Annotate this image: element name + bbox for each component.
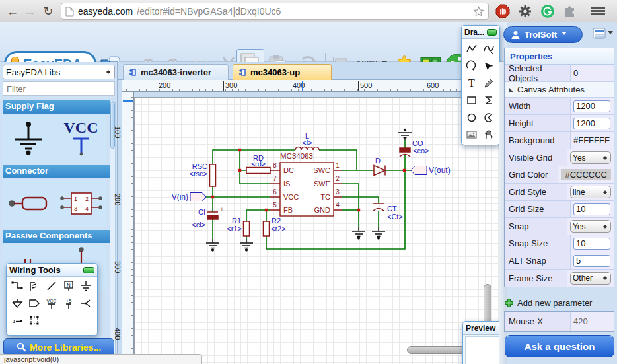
bezier-tool[interactable] [481, 40, 497, 57]
port-vout-label[interactable]: V(out) [429, 166, 451, 175]
section-header-supply-flag[interactable]: Supply Flag [3, 100, 110, 114]
browser-back-button[interactable]: ← [4, 3, 21, 20]
label-r1-value[interactable]: <r1> [227, 225, 242, 233]
browser-reload-button[interactable]: ↻ [40, 3, 57, 20]
netlabel-tool[interactable]: N [61, 277, 77, 295]
label-r2[interactable]: R2 [272, 217, 281, 225]
pin-tool[interactable]: 1 [9, 312, 26, 329]
snap-select[interactable]: Yes [570, 220, 611, 233]
component-ic-mc34063[interactable]: MC34063 8 7 6 5 1 2 3 4 DC IS VCC FB SWC [273, 152, 340, 216]
label-r2-value[interactable]: <r2> [271, 225, 286, 233]
port-vin-shape[interactable] [190, 193, 206, 201]
port-vout-shape[interactable] [411, 166, 427, 175]
component-capacitor-ct[interactable] [373, 203, 384, 211]
image-tool[interactable] [464, 126, 480, 143]
label-rd-value[interactable]: <rd> [251, 160, 266, 168]
tab-mc34063-up[interactable]: mc34063-up [233, 64, 332, 80]
frame-size-select[interactable]: Other [570, 272, 611, 285]
wiring-tools-titlebar[interactable]: Wiring Tools [7, 264, 97, 277]
polygon-tool[interactable] [481, 92, 497, 109]
snap-size-input[interactable] [573, 238, 610, 250]
library-item-gnd[interactable] [3, 115, 54, 163]
wiring-tools-panel[interactable]: Wiring Tools N VCC +5 1 [6, 263, 98, 336]
label-ci-value[interactable]: <ci> [192, 221, 205, 229]
arrow-tool[interactable] [481, 57, 497, 75]
drawing-tools-titlebar[interactable]: Dra... [462, 26, 499, 39]
label-co-value[interactable]: <co> [413, 147, 429, 155]
grid-style-select[interactable]: line [570, 186, 611, 198]
library-item-vcc[interactable]: VCC [55, 115, 106, 163]
drag-hand-tool[interactable] [481, 126, 497, 143]
label-ct[interactable]: CT [387, 205, 397, 213]
browser-forward-button[interactable]: → [21, 3, 38, 20]
settings-gear-extension-icon[interactable] [518, 4, 532, 18]
browser-menu-icon[interactable] [591, 5, 605, 17]
label-r1[interactable]: R1 [232, 217, 241, 225]
label-rsc-value[interactable]: <rsc> [189, 170, 207, 178]
alt-snap-input[interactable] [573, 255, 610, 267]
pie-arc-tool[interactable] [481, 109, 497, 126]
vcc-flag-tool[interactable]: VCC [44, 295, 60, 312]
pencil-tool[interactable] [481, 75, 497, 92]
group-select-tool[interactable] [26, 312, 43, 329]
sidebar-scrollbar[interactable] [110, 99, 116, 364]
adblock-extension-icon[interactable] [495, 4, 510, 18]
canvas-attributes-header[interactable]: Canvas Attributes [505, 82, 614, 98]
polyline-tool[interactable] [464, 40, 480, 57]
section-header-connector[interactable]: Connector [3, 165, 110, 178]
ellipse-tool[interactable] [464, 109, 480, 126]
drawing-tools-panel[interactable]: Dra... T [461, 25, 500, 145]
component-resistor-rd[interactable] [246, 168, 270, 174]
tab-mc34063-inverter[interactable]: mc34063-inverter [123, 64, 229, 80]
label-d[interactable]: D [375, 157, 381, 164]
label-ct-value[interactable]: <Ct> [387, 213, 403, 221]
visible-grid-select[interactable]: Yes [570, 151, 611, 164]
text-tool[interactable]: T [464, 75, 480, 92]
component-resistor-r1[interactable] [244, 221, 250, 236]
label-l-value[interactable]: <l> [302, 139, 312, 147]
view-options-button[interactable] [593, 28, 613, 40]
minimize-button[interactable] [487, 29, 497, 36]
library-source-select[interactable]: EasyEDA Libs [3, 65, 115, 79]
gnd-flag-tool[interactable] [9, 295, 26, 312]
ground-tool[interactable] [78, 277, 94, 295]
component-inductor-l[interactable] [295, 147, 319, 150]
width-input[interactable] [573, 100, 610, 112]
branch-tool[interactable] [78, 295, 94, 312]
ask-question-button[interactable]: Ask a question [505, 335, 614, 357]
background-color-value[interactable]: #FFFFFF [573, 135, 610, 145]
bookmark-star-icon[interactable] [473, 6, 484, 17]
user-account-button[interactable]: TrolSoft [503, 26, 583, 43]
puzzle-extension-icon[interactable] [563, 4, 577, 18]
ground-symbol [372, 227, 385, 239]
label-ci[interactable]: CI [198, 208, 205, 216]
section-header-passive[interactable]: Passive Components [3, 230, 110, 243]
bus-tool[interactable] [26, 277, 43, 295]
component-resistor-rsc[interactable] [210, 164, 216, 186]
netport-tool[interactable] [26, 295, 43, 312]
grammarly-extension-icon[interactable] [540, 4, 555, 18]
component-diode-d[interactable] [374, 166, 385, 176]
library-item-connector-1pin[interactable] [3, 180, 54, 227]
port-vin-label[interactable]: V(in) [172, 192, 188, 201]
plus5-flag-tool[interactable]: +5 [61, 295, 77, 312]
minimize-button[interactable] [83, 267, 94, 273]
library-filter-input[interactable] [3, 84, 126, 94]
wire-tool[interactable] [9, 277, 26, 295]
address-bar[interactable]: easyeda.com/editor#id=NBvpGASa4|dDxqI0Uc… [61, 3, 489, 20]
ic-name-label[interactable]: MC34063 [280, 152, 313, 160]
schematic-drawing[interactable]: MC34063 8 7 6 5 1 2 3 4 DC IS VCC FB SWC [132, 92, 499, 364]
user-name: TrolSoft [525, 30, 557, 40]
line-tool[interactable] [44, 277, 60, 295]
arc-tool[interactable] [464, 57, 480, 75]
height-input[interactable] [573, 118, 610, 129]
rectangle-tool[interactable] [464, 92, 480, 109]
more-libraries-button[interactable]: More Libraries... [3, 338, 114, 356]
library-item-connector-4pin[interactable]: 1234 [55, 180, 106, 227]
grid-size-input[interactable] [573, 203, 610, 215]
property-row-grid-color: Grid Color #CCCCCC [505, 166, 614, 184]
component-capacitor-ci[interactable] [207, 212, 218, 219]
add-parameter-button[interactable]: Add new parameter [504, 295, 592, 310]
grid-color-swatch[interactable]: #CCCCCC [561, 169, 611, 180]
component-resistor-r2[interactable] [264, 221, 270, 236]
